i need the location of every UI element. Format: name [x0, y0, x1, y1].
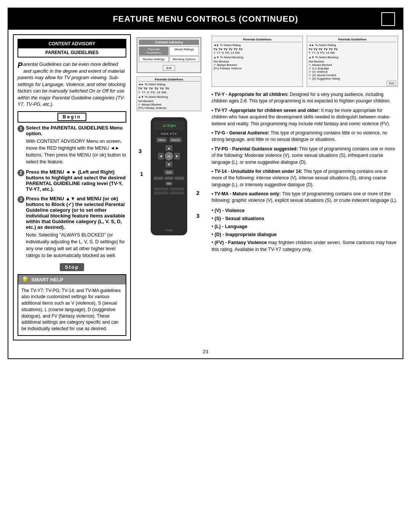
page-header: Feature Menu Controls (Continued) — [8, 8, 403, 30]
ratings-r2-bottom: YY7GPG14MA — [309, 51, 396, 54]
rating-descriptions: • TV-Y - Appropriate for all children: D… — [212, 91, 398, 253]
rating-tvg: • TV-G - General Audience: This type of … — [212, 130, 398, 143]
page-number: 23 — [8, 345, 403, 358]
remote-brand: Philips — [165, 229, 173, 232]
step-2-header: Press the MENU ◄ ► (Left and Right) butt… — [26, 169, 126, 192]
bullet-sexual: • (S) - Sexual situations — [212, 215, 398, 222]
begin-box: Begin — [18, 111, 126, 123]
menu-item-review: Review Settings — [139, 56, 169, 62]
smart-help-header: 💡 Smart Help — [18, 275, 126, 284]
rb-not-blocked: Not Blocked — [309, 60, 396, 63]
remote-bottom-grid — [154, 177, 184, 180]
drop-cap: P — [18, 61, 22, 69]
diagram-num-3b: 3 — [196, 212, 199, 219]
content-advisory-header: Content Advisory — [18, 40, 126, 48]
rb-dialog: ✓ (D) Suggestive Dialog — [309, 77, 396, 80]
select-blocking-label-top: ▲▼ To Select Blocking — [138, 95, 200, 99]
remote-source-btn[interactable]: Source — [169, 137, 182, 142]
blocking-items-top: Not Blocked ✓ Always Blocked (FV) Fantas… — [138, 99, 200, 110]
remote-body: 12:37pm HDR PTV Menu Source ▲ ▼ ◄ ► ok — [151, 117, 187, 235]
step-2: 2 Press the MENU ◄ ► (Left and Right) bu… — [18, 169, 126, 192]
diagram-num-1: 1 — [140, 171, 143, 177]
remote-num-2[interactable] — [170, 187, 185, 190]
dpad-down[interactable]: ▼ — [166, 161, 172, 167]
step-3-number: 3 — [18, 196, 24, 203]
menu-item-parental: Parental Guidelines — [139, 46, 169, 56]
remote-info-btn[interactable]: Info — [166, 182, 172, 185]
bullet-violence: • (V) - Violence — [212, 207, 398, 214]
remote-exit-btn[interactable]: Exit — [164, 170, 174, 175]
blocking-fv: (FV) Fantasy Violence — [138, 106, 200, 110]
dpad-right[interactable]: ► — [174, 153, 180, 160]
menu-item-movie: Movie Ratings — [169, 46, 199, 56]
rating-tv14-label: • TV-14 - Unsuitable for children under … — [212, 169, 302, 174]
bullet-fv: • (FV) - Fantasy Violence may frighten c… — [212, 239, 398, 253]
content-advisory-menu-screen: Content Advisory Parental Guidelines Mov… — [137, 37, 201, 73]
remote-label: HDR PTV — [161, 132, 177, 136]
pg-screen-top-title: Parental Guidelines — [138, 78, 200, 81]
right-top-screens: Parental Guidelines ◄► To Select Rating … — [212, 36, 398, 87]
parental-guidelines-subheader: Parental Guidelines — [18, 48, 126, 57]
pg-screen-top: Parental Guidelines ◄► To Select Rating … — [137, 76, 201, 111]
middle-column: Content Advisory Parental Guidelines Mov… — [131, 34, 207, 340]
ratings-r1-bottom: TVTVTVTVTVTV — [309, 48, 396, 51]
menu-exit-btn[interactable]: Exit — [163, 65, 175, 71]
select-blocking-right-top: ▲▼ To Select Blocking — [213, 56, 301, 59]
blocking-list-right-bottom: Not Blocked ✓ Always Blocked ✓ (L) Langu… — [309, 60, 396, 80]
ratings-r2-top: YY7GPG14MA — [213, 51, 301, 54]
step-3: 3 Press the MENU ▲▼ and MENU (or ok) but… — [18, 196, 126, 259]
remote-btn-2[interactable] — [164, 177, 174, 180]
remote-num-4[interactable] — [170, 192, 185, 195]
smart-help-text: The TV-Y7; TV-PG; TV-14; and TV-MA guide… — [21, 288, 121, 332]
pg-screen-right-bottom: Parental Guidelines ◄► To Select Rating … — [307, 36, 398, 87]
rb-violence: ✓ (V) Violence — [309, 70, 396, 73]
rb-exit-label[interactable]: Exit — [387, 81, 396, 86]
rating-tvpg: • TV-PG - Parental Guidance suggested: T… — [212, 146, 398, 166]
step-3-header: Press the MENU ▲▼ and MENU (or ok) butto… — [26, 196, 126, 230]
dpad-ok[interactable]: ok — [165, 152, 173, 160]
select-rating-right-top: ◄► To Select Rating — [213, 43, 301, 47]
remote-bottom-row1: Exit — [164, 170, 174, 175]
always-blocked-r: ✓ Always Blocked — [213, 63, 301, 67]
remote-menu-btn[interactable]: Menu — [156, 137, 167, 142]
rb-always-blocked: ✓ Always Blocked — [309, 63, 396, 67]
stop-box: Stop — [18, 263, 126, 271]
rating-tvg-label: • TV-G - General Audience: — [212, 130, 269, 136]
blocking-always-blocked: ✓ Always Blocked — [138, 103, 200, 106]
right-column: Parental Guidelines ◄► To Select Rating … — [207, 34, 398, 340]
pg-screen-right-top: Parental Guidelines ◄► To Select Rating … — [212, 36, 303, 87]
rating-tvy7-label: • TV-Y7 -Appropriate for children seven … — [212, 108, 320, 113]
dpad-up[interactable]: ▲ — [166, 145, 172, 151]
step-1: 1 Select the PARENTAL GUIDELINES Menu op… — [18, 125, 126, 166]
remote-btn-1[interactable] — [154, 177, 163, 180]
smart-help-body: The TV-Y7; TV-PG; TV-14; and TV-MA guide… — [18, 284, 126, 335]
remote-top-btns: Menu Source — [156, 137, 182, 142]
rating-tvma-label: • TV-MA - Mature audience only: — [212, 191, 281, 197]
select-blocking-right-bottom: ▲▼ To Select Blocking — [309, 56, 396, 59]
remote-num-3[interactable] — [154, 192, 169, 195]
rating-tvy-label: • TV-Y - Appropriate for all children: — [212, 92, 288, 97]
rating-tvpg-label: • TV-PG - Parental Guidance suggested: — [212, 146, 298, 152]
step-1-body: With CONTENT ADVISORY Menu on screen, mo… — [26, 138, 126, 166]
rb-exit: Exit — [309, 81, 396, 85]
ratings-row2-top: YY7GPG14MA — [138, 91, 200, 94]
menu-screen-title: Content Advisory — [139, 40, 199, 45]
fv-r: (FV) Fantasy Violence — [213, 67, 301, 70]
diagram-num-3: 3 — [139, 148, 142, 154]
remote-num-1[interactable] — [154, 187, 169, 190]
ratings-r1-top: TVTVTVTVTVTV — [213, 48, 301, 51]
remote-btn-3[interactable] — [175, 177, 184, 180]
bullet-dialogue: • (D) - Inappropriate dialogue — [212, 231, 398, 238]
step-1-number: 1 — [18, 125, 24, 132]
remote-info-row: Info — [154, 182, 184, 185]
rating-tv14: • TV-14 - Unsuitable for children under … — [212, 168, 398, 188]
blocking-list-right-top: Not Blocked ✓ Always Blocked (FV) Fantas… — [213, 60, 301, 70]
remote-num-grid — [154, 187, 184, 195]
remote-screen: 12:37pm — [154, 121, 184, 130]
not-blocked-r: Not Blocked — [213, 60, 301, 63]
begin-label: Begin — [57, 113, 86, 121]
dpad-left[interactable]: ◄ — [158, 153, 164, 160]
pg-right-bottom-title: Parental Guidelines — [309, 38, 396, 42]
stop-icon: Stop — [60, 263, 84, 271]
menu-grid: Parental Guidelines Movie Ratings Review… — [139, 46, 199, 62]
